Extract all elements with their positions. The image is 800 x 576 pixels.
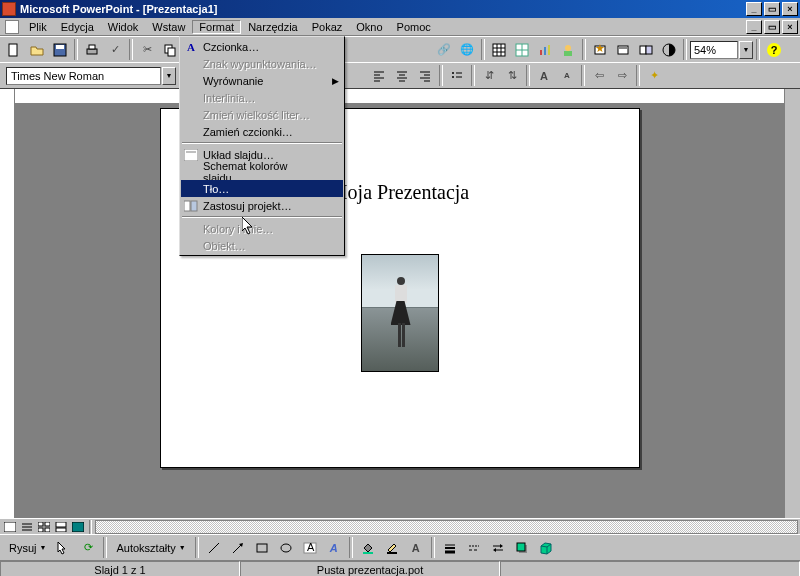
slideshow-view-button[interactable] bbox=[70, 520, 86, 534]
svg-rect-69 bbox=[387, 552, 397, 554]
shadow-button[interactable] bbox=[511, 537, 533, 558]
svg-rect-55 bbox=[38, 522, 43, 526]
slide-sorter-view-button[interactable] bbox=[36, 520, 52, 534]
svg-rect-68 bbox=[363, 552, 373, 554]
insert-chart-button[interactable] bbox=[534, 39, 556, 60]
menu-okno[interactable]: Okno bbox=[349, 20, 389, 34]
svg-text:★: ★ bbox=[595, 43, 605, 54]
doc-close-button[interactable]: × bbox=[782, 20, 798, 34]
doc-minimize-button[interactable]: _ bbox=[746, 20, 762, 34]
menu-pokaz[interactable]: Pokaz bbox=[305, 20, 350, 34]
menu-wstaw[interactable]: Wstaw bbox=[145, 20, 192, 34]
doc-restore-button[interactable]: ▭ bbox=[764, 20, 780, 34]
help-button[interactable]: ? bbox=[763, 39, 785, 60]
menu-plik[interactable]: Plik bbox=[22, 20, 54, 34]
menu-pomoc[interactable]: Pomoc bbox=[390, 20, 438, 34]
free-rotate-button[interactable]: ⟳ bbox=[77, 537, 99, 558]
new-button[interactable] bbox=[3, 39, 25, 60]
save-button[interactable] bbox=[49, 39, 71, 60]
menu-item-tlo[interactable]: Tło… bbox=[181, 180, 343, 197]
close-button[interactable]: × bbox=[782, 2, 798, 16]
slide-stage[interactable]: Moja Prezentacja bbox=[15, 89, 784, 518]
ruler-vertical bbox=[0, 89, 15, 518]
svg-rect-11 bbox=[493, 44, 505, 56]
menu-item-wyrownanie[interactable]: Wyrównanie▶ bbox=[181, 72, 343, 89]
menu-separator bbox=[182, 142, 342, 144]
svg-rect-3 bbox=[87, 49, 97, 54]
copy-button[interactable] bbox=[159, 39, 181, 60]
normal-view-button[interactable] bbox=[2, 520, 18, 534]
font-name-combobox[interactable]: Times New Roman bbox=[6, 67, 161, 85]
menu-widok[interactable]: Widok bbox=[101, 20, 146, 34]
insert-clipart-button[interactable] bbox=[557, 39, 579, 60]
oval-button[interactable] bbox=[275, 537, 297, 558]
slide-layout-button[interactable] bbox=[612, 39, 634, 60]
insert-table-button[interactable] bbox=[488, 39, 510, 60]
svg-rect-61 bbox=[72, 522, 84, 532]
zoom-dropdown-arrow[interactable]: ▼ bbox=[739, 41, 753, 59]
cut-button[interactable]: ✂ bbox=[136, 39, 158, 60]
zoom-combobox[interactable]: 54% bbox=[690, 41, 738, 59]
svg-line-62 bbox=[209, 543, 219, 553]
vertical-scrollbar[interactable] bbox=[784, 89, 800, 518]
print-button[interactable] bbox=[81, 39, 103, 60]
align-right-button[interactable] bbox=[414, 65, 436, 86]
increase-spacing-button[interactable]: ⇵ bbox=[478, 65, 500, 86]
svg-rect-27 bbox=[619, 47, 627, 49]
insert-worksheet-button[interactable] bbox=[511, 39, 533, 60]
align-left-button[interactable] bbox=[368, 65, 390, 86]
title-bar: Microsoft PowerPoint - [Prezentacja1] _ … bbox=[0, 0, 800, 18]
arrow-style-button[interactable] bbox=[487, 537, 509, 558]
textbox-button[interactable]: A bbox=[299, 537, 321, 558]
increase-font-button[interactable]: A bbox=[533, 65, 555, 86]
standard-toolbar: ✓ ✂ ↶ ↷ 🔗 🌐 ★ 54% ▼ ? bbox=[0, 36, 800, 62]
menu-item-czcionka[interactable]: A Czcionka… bbox=[181, 38, 343, 55]
bullets-button[interactable] bbox=[446, 65, 468, 86]
menu-item-zamien-czcionki[interactable]: Zamień czcionki… bbox=[181, 123, 343, 140]
draw-menu-button[interactable]: Rysuj ▼ bbox=[4, 539, 51, 557]
decrease-font-button[interactable]: A bbox=[556, 65, 578, 86]
system-menu-icon[interactable] bbox=[5, 20, 19, 34]
align-center-button[interactable] bbox=[391, 65, 413, 86]
line-color-button[interactable] bbox=[381, 537, 403, 558]
wordart-button[interactable]: A bbox=[323, 537, 345, 558]
web-toolbar-button[interactable]: 🌐 bbox=[456, 39, 478, 60]
insert-hyperlink-button[interactable]: 🔗 bbox=[433, 39, 455, 60]
menu-format[interactable]: Format bbox=[192, 20, 241, 34]
autoshapes-menu-button[interactable]: Autokształty ▼ bbox=[111, 539, 190, 557]
fill-color-button[interactable] bbox=[357, 537, 379, 558]
minimize-button[interactable]: _ bbox=[746, 2, 762, 16]
outline-view-button[interactable] bbox=[19, 520, 35, 534]
status-bar: Slajd 1 z 1 Pusta prezentacja.pot bbox=[0, 560, 800, 576]
menu-separator bbox=[182, 216, 342, 218]
font-name-dropdown-arrow[interactable]: ▼ bbox=[162, 67, 176, 85]
font-color-button[interactable]: A bbox=[405, 537, 427, 558]
svg-point-45 bbox=[452, 76, 454, 78]
line-style-button[interactable] bbox=[439, 537, 461, 558]
slide-image[interactable] bbox=[361, 254, 439, 372]
3d-button[interactable] bbox=[535, 537, 557, 558]
svg-rect-2 bbox=[56, 45, 64, 49]
rectangle-button[interactable] bbox=[251, 537, 273, 558]
horizontal-scrollbar[interactable] bbox=[95, 520, 798, 534]
black-white-button[interactable] bbox=[658, 39, 680, 60]
menu-edycja[interactable]: Edycja bbox=[54, 20, 101, 34]
arrow-button[interactable] bbox=[227, 537, 249, 558]
animation-effects-button[interactable]: ✦ bbox=[643, 65, 665, 86]
line-button[interactable] bbox=[203, 537, 225, 558]
menu-narzedzia[interactable]: Narzędzia bbox=[241, 20, 305, 34]
decrease-spacing-button[interactable]: ⇅ bbox=[501, 65, 523, 86]
demote-button[interactable]: ⇨ bbox=[611, 65, 633, 86]
dash-style-button[interactable] bbox=[463, 537, 485, 558]
spelling-button[interactable]: ✓ bbox=[104, 39, 126, 60]
open-button[interactable] bbox=[26, 39, 48, 60]
menu-item-schemat-kolorow[interactable]: Schemat kolorów slajdu… bbox=[181, 163, 343, 180]
maximize-button[interactable]: ▭ bbox=[764, 2, 780, 16]
new-slide-button[interactable]: ★ bbox=[589, 39, 611, 60]
menu-item-zastosuj-projekt[interactable]: Zastosuj projekt… bbox=[181, 197, 343, 214]
svg-rect-51 bbox=[4, 522, 16, 532]
select-objects-button[interactable] bbox=[53, 537, 75, 558]
promote-button[interactable]: ⇦ bbox=[588, 65, 610, 86]
apply-design-button[interactable] bbox=[635, 39, 657, 60]
notes-view-button[interactable] bbox=[53, 520, 69, 534]
